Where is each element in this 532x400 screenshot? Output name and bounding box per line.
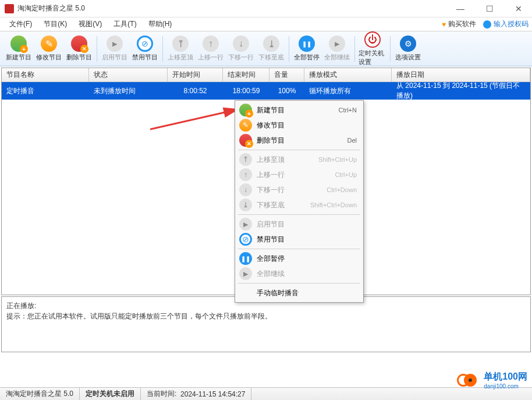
move-up-icon — [239, 168, 252, 181]
ctx-pause-all[interactable]: 全部暂停 — [237, 251, 361, 266]
context-menu: 新建节目 Ctrl+N 修改节目 删除节目 Del 上移至顶 Shift+Ctr… — [235, 100, 364, 303]
window-title: 淘淘定时播音之星 5.0 — [17, 3, 452, 13]
move-up-button[interactable]: 上移一行 — [196, 34, 226, 63]
new-icon — [239, 104, 252, 116]
header-mode[interactable]: 播放模式 — [304, 68, 392, 82]
ctx-new-program[interactable]: 新建节目 Ctrl+N — [237, 102, 361, 118]
trial-hint: 提示：您正在试用本软件。试用版只能定时播放前三个节目，每个文件只播放前半段。 — [6, 311, 526, 321]
move-top-button[interactable]: 上移至顶 — [165, 34, 196, 63]
move-bottom-icon — [239, 199, 252, 211]
move-bottom-button[interactable]: 下移至底 — [256, 34, 286, 63]
enter-auth-link[interactable]: 输入授权码 — [483, 19, 529, 29]
move-up-icon — [203, 36, 219, 52]
cell-start: 8:00:52 — [168, 82, 223, 100]
new-icon — [10, 36, 27, 52]
heart-icon: ♥ — [442, 20, 446, 29]
move-bottom-icon — [263, 36, 279, 52]
titlebar: 淘淘定时播音之星 5.0 — ☐ ✕ — [0, 0, 532, 17]
resume-all-icon — [329, 36, 345, 52]
user-icon — [483, 20, 491, 29]
menu-view[interactable]: 视图(V) — [73, 18, 108, 30]
move-down-icon — [233, 36, 249, 52]
menu-program[interactable]: 节目(K) — [38, 18, 73, 30]
disable-program-button[interactable]: 禁用节目 — [130, 34, 160, 63]
buy-label: 购买软件 — [448, 19, 476, 29]
menu-help[interactable]: 帮助(H) — [143, 18, 178, 30]
move-top-icon — [239, 153, 252, 166]
buy-software-link[interactable]: ♥ 购买软件 — [442, 19, 476, 29]
menu-tools[interactable]: 工具(T) — [108, 18, 142, 30]
ctx-disable-program[interactable]: 禁用节目 — [237, 232, 361, 247]
separator — [354, 36, 355, 62]
separator — [238, 150, 360, 150]
header-volume[interactable]: 音量 — [269, 68, 304, 82]
settings-icon — [400, 36, 416, 52]
menu-file[interactable]: 文件(F) — [3, 18, 38, 30]
pause-all-icon — [299, 36, 315, 52]
separator — [97, 36, 97, 62]
resume-all-button[interactable]: 全部继续 — [322, 34, 352, 63]
play-icon — [239, 218, 252, 231]
move-down-icon — [239, 183, 252, 196]
menubar: 文件(F) 节目(K) 视图(V) 工具(T) 帮助(H) ♥ 购买软件 输入授… — [0, 17, 532, 31]
edit-icon — [239, 119, 252, 132]
header-status[interactable]: 状态 — [89, 68, 168, 82]
maximize-button[interactable]: ☐ — [481, 3, 498, 15]
ctx-move-down[interactable]: 下移一行 Ctrl+Down — [237, 182, 361, 197]
watermark-text: 单机100网 — [484, 371, 527, 383]
enable-program-button[interactable]: 启用节目 — [100, 34, 130, 63]
new-program-button[interactable]: 新建节目 — [3, 34, 34, 63]
cell-name: 定时播音 — [2, 82, 89, 100]
stop-icon — [137, 36, 153, 52]
resume-all-icon — [239, 267, 252, 280]
separator — [162, 36, 163, 62]
ctx-enable-program[interactable]: 启用节目 — [237, 217, 361, 232]
auth-label: 输入授权码 — [494, 19, 529, 29]
statusbar-time: 当前时间: 2024-11-15 14:54:27 — [141, 388, 251, 400]
table-header: 节目名称 状态 开始时间 结束时间 音量 播放模式 播放日期 — [2, 68, 530, 82]
window-controls: — ☐ ✕ — [452, 3, 527, 15]
header-end[interactable]: 结束时间 — [223, 68, 269, 82]
ctx-delete-program[interactable]: 删除节目 Del — [237, 133, 361, 148]
pause-all-icon — [239, 252, 252, 265]
separator — [238, 214, 360, 215]
ctx-move-up[interactable]: 上移一行 Ctrl+Up — [237, 167, 361, 182]
ctx-move-bottom[interactable]: 下移至底 Shift+Ctrl+Down — [237, 197, 361, 213]
shutdown-icon — [364, 31, 381, 48]
watermark-icon — [457, 373, 480, 388]
minimize-button[interactable]: — — [452, 3, 469, 15]
stop-icon — [239, 233, 252, 246]
status-panel: 正在播放: 提示：您正在试用本软件。试用版只能定时播放前三个节目，每个文件只播放… — [1, 296, 531, 352]
delete-program-button[interactable]: 删除节目 — [64, 34, 94, 63]
header-name[interactable]: 节目名称 — [2, 68, 89, 82]
ctx-resume-all[interactable]: 全部继续 — [237, 266, 361, 281]
separator — [238, 249, 360, 249]
statusbar: 淘淘定时播音之星 5.0 定时关机未启用 当前时间: 2024-11-15 14… — [0, 387, 532, 400]
ctx-edit-program[interactable]: 修改节目 — [237, 118, 361, 133]
cell-date: 从 2024-11-15 到 2024-11-15 (节假日不播放) — [392, 82, 530, 100]
ctx-move-top[interactable]: 上移至顶 Shift+Ctrl+Up — [237, 152, 361, 167]
header-date[interactable]: 播放日期 — [392, 68, 530, 82]
app-icon — [5, 4, 14, 13]
statusbar-shutdown: 定时关机未启用 — [80, 388, 141, 400]
ctx-manual-broadcast[interactable]: 手动临时播音 — [237, 285, 361, 300]
close-button[interactable]: ✕ — [510, 3, 527, 15]
cell-end: 18:00:59 — [223, 82, 269, 100]
delete-icon — [239, 134, 252, 147]
cell-status: 未到播放时间 — [89, 82, 168, 100]
pause-all-button[interactable]: 全部暂停 — [292, 34, 322, 63]
separator — [289, 36, 289, 62]
separator — [390, 36, 391, 62]
move-down-button[interactable]: 下移一行 — [226, 34, 256, 63]
separator — [238, 283, 360, 284]
shutdown-settings-button[interactable]: 定时关机设置 — [357, 30, 388, 68]
edit-program-button[interactable]: 修改节目 — [34, 34, 64, 63]
watermark: 单机100网 danji100.com — [457, 371, 527, 390]
cell-volume: 100% — [269, 82, 304, 100]
statusbar-app: 淘淘定时播音之星 5.0 — [0, 388, 80, 400]
table-row[interactable]: 定时播音 未到播放时间 8:00:52 18:00:59 100% 循环播放所有… — [2, 82, 530, 100]
settings-button[interactable]: 选项设置 — [393, 34, 423, 63]
move-top-icon — [172, 36, 189, 52]
header-start[interactable]: 开始时间 — [168, 68, 223, 82]
watermark-url: danji100.com — [484, 383, 527, 390]
